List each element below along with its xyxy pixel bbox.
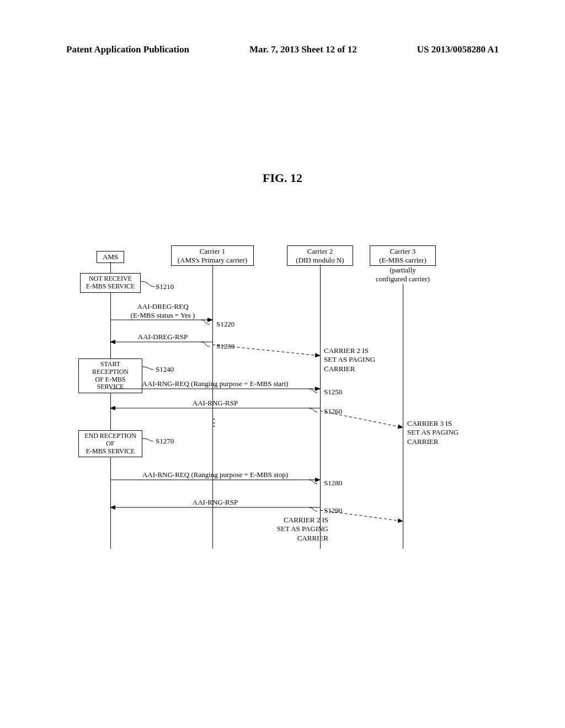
msg-s1260: AAI-RNG-RSP [119,399,312,408]
header-left: Patent Application Publication [66,44,189,55]
step-s1270: S1270 [156,437,174,446]
annotation-2: CARRIER 3 IS SET AS PAGING CARRIER [407,419,459,446]
msg-s1250: AAI-RNG-REQ (Ranging purpose = E-MBS sta… [119,379,312,388]
msg-s1220: AAI-DREG-REQ (E-MBS status = Yes ) [121,302,204,320]
annotation-3: CARRIER 2 IS SET AS PAGING CARRIER [273,516,328,543]
step-s1290: S1290 [324,506,342,515]
header-center: Mar. 7, 2013 Sheet 12 of 12 [249,44,357,55]
page-header: Patent Application Publication Mar. 7, 2… [0,44,565,55]
step-s1210: S1210 [156,282,174,291]
msg-s1290: AAI-RNG-RSP [119,498,312,507]
figure-title: FIG. 12 [0,171,565,185]
msg-dots: ⋮ [209,416,220,429]
sequence-diagram: AMS Carrier 1 (AMS's Primary carrier) Ca… [88,243,497,557]
msg-s1230: AAI-DREG-RSP [121,333,204,341]
annotation-1: CARRIER 2 IS SET AS PAGING CARRIER [324,346,375,373]
step-s1250: S1250 [324,388,342,397]
step-s1230: S1230 [216,342,234,351]
step-s1220: S1220 [216,320,234,329]
header-right: US 2013/0058280 A1 [417,44,499,55]
step-s1240: S1240 [156,365,174,374]
step-s1280: S1280 [324,479,342,488]
msg-s1280: AAI-RNG-REQ (Ranging purpose = E-MBS sto… [119,470,312,479]
step-s1260: S1260 [324,407,342,416]
msg-s1220-l1: AAI-DREG-REQ [137,302,188,311]
msg-s1220-l2: (E-MBS status = Yes ) [131,311,195,319]
